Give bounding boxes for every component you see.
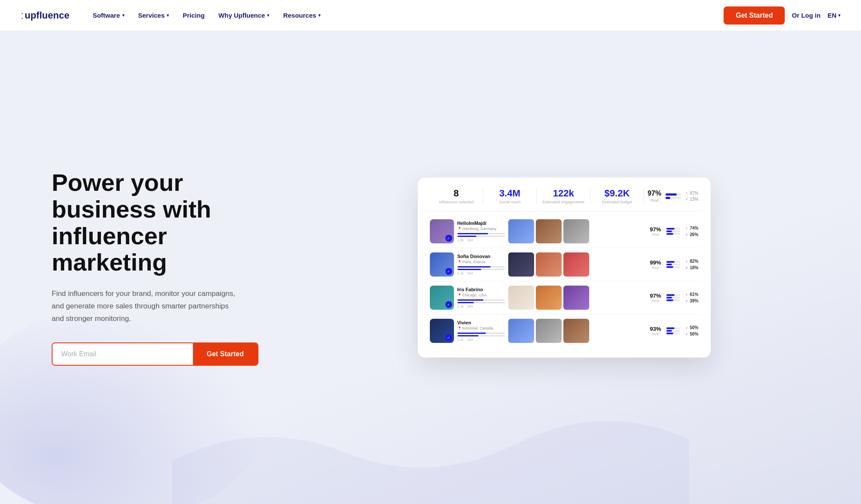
influencer-location: 📍 Hamburg, Germany (457, 227, 505, 231)
influencer-row: ✓ Vivien 📍 Montréal, Canada 1.2k (426, 314, 702, 347)
location-pin-icon: 📍 (457, 327, 462, 330)
influencer-photo (536, 319, 562, 343)
influencer-real-pct: 97% (650, 292, 661, 299)
influencer-engagement-bars (666, 327, 680, 334)
influencer-real-label: Real (650, 299, 661, 303)
hero-section: Power your business with influencer mark… (0, 31, 861, 504)
influencer-info: HelloImMajdi 📍 Hamburg, Germany 1.2k 324 (457, 221, 505, 242)
influencer-stat-bars (457, 333, 505, 336)
influencer-info: Sofia Donovan 📍 Paris, France 1.2k 324 (457, 254, 505, 275)
influencer-real-label: Real (650, 266, 661, 270)
chevron-down-icon: ▾ (167, 13, 169, 18)
influencer-real-pct: 93% (650, 326, 661, 332)
influencer-right-stats: 97% Real ♀ 61% (596, 292, 699, 303)
influencer-real-label: Real (650, 233, 661, 236)
dashboard-preview-card: 8 Influencers selected 3.4M Social reach… (418, 177, 711, 358)
influencer-row: ✓ Sofia Donovan 📍 Paris, France (426, 248, 702, 281)
influencer-stat-numbers: 1.2k 324 (457, 271, 505, 275)
influencer-name: Sofia Donovan (457, 254, 505, 259)
nav-links: Software ▾ Services ▾ Pricing Why Upflue… (87, 8, 724, 22)
influencer-name: Iris Fabrino (457, 287, 505, 292)
hero-get-started-button[interactable]: Get Started (193, 343, 258, 365)
influencer-location: 📍 Chicago, USA (457, 293, 505, 297)
hero-wave-decoration (0, 375, 861, 504)
stat-budget-value: $9.2K (591, 188, 643, 199)
influencer-avatar: ✓ (430, 219, 454, 243)
chevron-down-icon: ▾ (318, 13, 320, 18)
female-icon: ♀ (685, 292, 688, 297)
location-pin-icon: 📍 (457, 227, 462, 231)
nav-pricing[interactable]: Pricing (177, 8, 211, 22)
male-pct: 18% (690, 265, 698, 270)
influencer-stat-bars (457, 299, 505, 303)
influencer-stat-numbers: 1.2k 324 (457, 305, 505, 308)
influencer-gender-stats: ♀ 61% ♂ 39% (685, 292, 699, 303)
location-pin-icon: 📍 (457, 293, 462, 297)
hero-left: Power your business with influencer mark… (52, 169, 276, 365)
nav-language-selector[interactable]: EN ▾ (827, 12, 840, 19)
influencer-info: Iris Fabrino 📍 Chicago, USA 1.2k 324 (457, 287, 505, 308)
stat-engagements: 122k Estimated engagements (537, 188, 590, 204)
influencer-photo (563, 219, 589, 243)
influencer-stat-bars (457, 266, 505, 270)
female-pct: 50% (690, 325, 698, 330)
influencer-info: Vivien 📍 Montréal, Canada 1.2k 324 (457, 320, 505, 342)
nav-services[interactable]: Services ▾ (132, 8, 175, 22)
stat-engagements-label: Estimated engagements (537, 200, 590, 204)
male-icon: ♂ (685, 299, 688, 303)
logo-text: upfluence (25, 10, 69, 21)
influencer-stat-numbers: 1.2k 324 (457, 338, 505, 342)
nav-get-started-button[interactable]: Get Started (724, 6, 785, 25)
influencer-name: HelloImMajdi (457, 221, 505, 226)
female-icon: ♀ (685, 326, 688, 330)
influencer-engagement-bars (666, 261, 680, 268)
stat-real-pct: 97% (647, 190, 661, 197)
influencer-photo (508, 319, 534, 343)
influencer-name: Vivien (457, 320, 505, 325)
male-icon: ♂ (685, 197, 688, 201)
influencer-engagement-bars (666, 294, 680, 301)
influencer-check-icon: ✓ (445, 334, 452, 341)
influencer-stat-bars (457, 233, 505, 237)
stat-budget-label: Estimated budget (591, 200, 643, 204)
influencer-photo (536, 252, 562, 277)
influencer-photo (508, 286, 534, 310)
hero-subtitle: Find influencers for your brand, monitor… (52, 288, 241, 325)
influencer-check-icon: ✓ (445, 301, 452, 308)
stat-gender-breakdown: ♀ 87% ♂ 13% (685, 191, 698, 202)
female-icon: ♀ (685, 226, 688, 230)
stat-reach: 3.4M Social reach (483, 188, 536, 204)
influencer-list: ✓ HelloImMajdi 📍 Hamburg, Germany (426, 215, 702, 347)
logo-dot: : (21, 9, 24, 22)
male-pct: 50% (690, 332, 698, 336)
influencer-engagement-bars (666, 228, 680, 235)
chevron-down-icon: ▾ (122, 13, 124, 18)
hero-cta-form: Get Started (52, 342, 258, 366)
influencer-stat-numbers: 1.2k 324 (457, 238, 505, 242)
stat-right-group: 97% Real ♀ 87% (647, 190, 698, 202)
stat-real-label: Real (647, 198, 661, 202)
nav-login-link[interactable]: Or Log in (792, 12, 821, 19)
influencer-row: ✓ HelloImMajdi 📍 Hamburg, Germany (426, 215, 702, 248)
influencer-avatar: ✓ (430, 286, 454, 310)
influencer-right-stats: 93% Real ♀ 50% (596, 325, 699, 336)
influencer-row: ✓ Iris Fabrino 📍 Chicago, USA 1. (426, 281, 702, 314)
dashboard-stats-row: 8 Influencers selected 3.4M Social reach… (426, 188, 702, 212)
nav-resources[interactable]: Resources ▾ (277, 8, 326, 22)
nav-software[interactable]: Software ▾ (87, 8, 130, 22)
location-pin-icon: 📍 (457, 260, 462, 264)
influencer-photo (536, 286, 562, 310)
chevron-down-icon: ▾ (838, 13, 840, 18)
stat-influencers: 8 Influencers selected (430, 188, 483, 204)
logo[interactable]: : upfluence (21, 9, 69, 22)
influencer-real-label: Real (650, 332, 661, 336)
work-email-input[interactable] (53, 343, 193, 365)
influencer-avatar: ✓ (430, 252, 454, 277)
influencer-location: 📍 Montréal, Canada (457, 326, 505, 330)
influencer-gender-stats: ♀ 50% ♂ 50% (685, 325, 699, 336)
hero-right: 8 Influencers selected 3.4M Social reach… (276, 177, 827, 358)
stat-reach-label: Social reach (483, 200, 536, 204)
stat-budget: $9.2K Estimated budget (591, 188, 643, 204)
nav-why[interactable]: Why Upfluence ▾ (212, 8, 275, 22)
influencer-photo (536, 219, 562, 243)
